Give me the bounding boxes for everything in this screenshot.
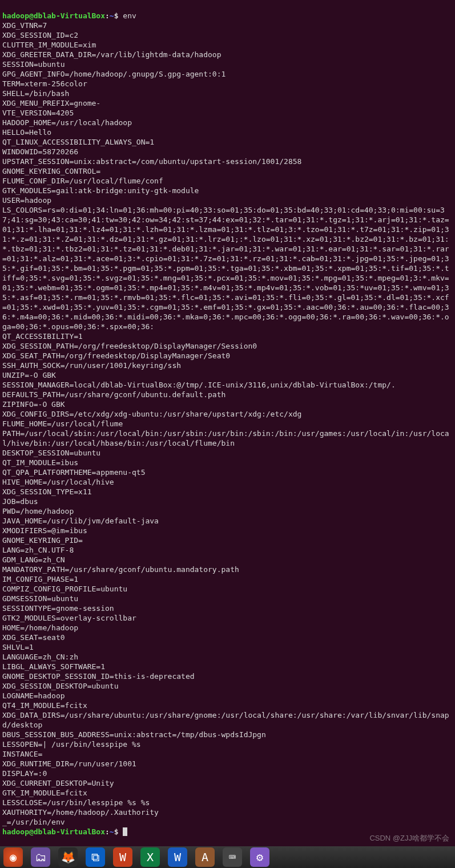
app-icon-1[interactable]: ⧉ <box>86 847 105 867</box>
dash-icon[interactable]: ◉ <box>3 847 23 867</box>
env-output: XDG_VTNR=7 XDG_SESSION_ID=c2 CLUTTER_IM_… <box>2 21 453 827</box>
app-icon-3[interactable]: X <box>140 847 160 867</box>
command-text: env <box>123 11 136 20</box>
prompt-user-host-2: hadoop@dblab-VirtualBox <box>2 827 105 836</box>
app-icon-4[interactable]: W <box>168 847 187 867</box>
taskbar: ◉ 🗂 🦊 ⧉ W X W A ⌨ ⚙ <box>0 846 455 868</box>
prompt-sep1-2: : <box>105 827 110 836</box>
cursor <box>123 827 127 836</box>
prompt-sep1: : <box>105 11 110 20</box>
app-icon-2[interactable]: W <box>113 847 132 867</box>
watermark: CSDN @ZJJ啥都学不会 <box>369 833 449 843</box>
prompt-path: ~ <box>110 11 114 20</box>
app-icon-7[interactable]: ⚙ <box>250 847 269 867</box>
prompt-sep2-2: $ <box>114 827 123 836</box>
files-icon[interactable]: 🗂 <box>31 847 50 867</box>
app-icon-6[interactable]: ⌨ <box>223 847 242 867</box>
terminal-output[interactable]: hadoop@dblab-VirtualBox:~$ env XDG_VTNR=… <box>0 0 455 838</box>
prompt-path-2: ~ <box>110 827 114 836</box>
firefox-icon[interactable]: 🦊 <box>58 847 78 867</box>
app-icon-5[interactable]: A <box>195 847 215 867</box>
prompt-user-host: hadoop@dblab-VirtualBox <box>2 11 105 20</box>
prompt-sep2: $ <box>114 11 123 20</box>
